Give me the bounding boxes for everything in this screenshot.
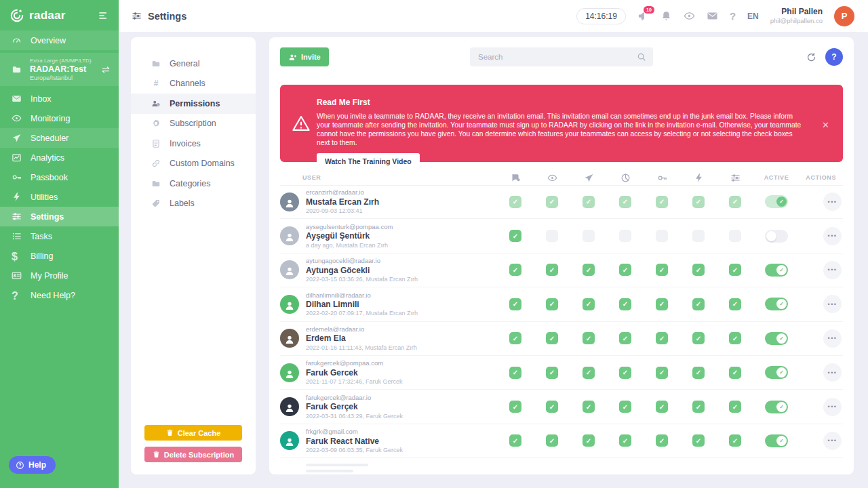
permission-checkbox-paper-plane[interactable]: ✓ (583, 401, 595, 413)
permission-checkbox-paper-plane[interactable]: ✓ (583, 298, 595, 310)
user-info[interactable]: Phil Pallen phil@philpallen.co (770, 7, 823, 25)
announcements-icon[interactable]: 10 (637, 10, 649, 22)
permission-checkbox-key[interactable]: ✓ (656, 264, 668, 276)
permission-checkbox-chat[interactable]: ✓ (509, 196, 521, 208)
row-actions-button[interactable]: ••• (823, 295, 842, 313)
settings-menu-item-labels[interactable]: Labels (131, 194, 256, 214)
row-actions-button[interactable]: ••• (823, 227, 842, 245)
permission-checkbox-eye[interactable]: ✓ (546, 264, 558, 276)
permission-checkbox-bolt[interactable]: ✓ (692, 196, 705, 208)
workspace-switcher[interactable]: Extra Large (AS/MP/LTD) RADAAR:Test Euro… (0, 53, 119, 86)
sidebar-item-my-profile[interactable]: My Profile (0, 266, 119, 285)
app-logo-text[interactable]: radaar (29, 9, 94, 22)
permission-checkbox-key[interactable]: ✓ (656, 401, 668, 413)
permission-checkbox-sliders[interactable]: ✓ (729, 196, 741, 208)
sidebar-item-overview[interactable]: Overview (0, 30, 119, 50)
permission-checkbox-key[interactable]: ✓ (656, 367, 668, 379)
permission-checkbox-paper-plane[interactable]: ✓ (583, 332, 595, 344)
permission-checkbox-paper-plane[interactable]: ✓ (583, 367, 595, 379)
permission-checkbox-bolt[interactable]: ✓ (692, 298, 705, 310)
permission-checkbox-bolt[interactable] (692, 230, 705, 242)
training-video-button[interactable]: Watch The Training Video (317, 153, 420, 169)
settings-menu-item-custom-domains[interactable]: Custom Domains (131, 154, 256, 174)
permission-checkbox-pie[interactable]: ✓ (619, 298, 631, 310)
row-actions-button[interactable]: ••• (823, 192, 842, 211)
settings-menu-item-invoices[interactable]: Invoices (131, 134, 256, 154)
language-selector[interactable]: EN (747, 12, 759, 21)
active-toggle[interactable]: ✓ (765, 264, 788, 277)
permission-checkbox-pie[interactable]: ✓ (619, 367, 631, 379)
sidebar-item-scheduler[interactable]: Scheduler (0, 128, 119, 148)
permission-checkbox-sliders[interactable]: ✓ (729, 332, 741, 344)
permission-checkbox-bolt[interactable]: ✓ (692, 332, 705, 344)
refresh-icon[interactable] (806, 52, 816, 62)
active-toggle[interactable]: ✓ (765, 332, 788, 345)
row-actions-button[interactable]: ••• (823, 261, 842, 279)
invite-button[interactable]: Invite (280, 47, 329, 66)
permission-checkbox-sliders[interactable]: ✓ (729, 367, 741, 379)
help-question-icon[interactable]: ? (730, 10, 736, 22)
permission-checkbox-bolt[interactable]: ✓ (692, 434, 705, 447)
sidebar-item-inbox[interactable]: Inbox (0, 89, 119, 108)
settings-menu-item-general[interactable]: General (131, 54, 256, 74)
active-toggle[interactable] (765, 230, 788, 243)
permission-checkbox-eye[interactable]: ✓ (546, 196, 558, 208)
permission-checkbox-chat[interactable]: ✓ (509, 264, 521, 276)
delete-subscription-button[interactable]: Delete Subscription (144, 447, 242, 462)
settings-menu-item-subscription[interactable]: Subscription (131, 114, 256, 134)
permission-checkbox-sliders[interactable]: ✓ (729, 264, 741, 276)
permission-checkbox-chat[interactable]: ✓ (509, 367, 521, 379)
permission-checkbox-pie[interactable] (619, 230, 631, 242)
sidebar-item-settings[interactable]: Settings (0, 207, 119, 226)
permission-checkbox-pie[interactable]: ✓ (619, 401, 631, 413)
permission-checkbox-pie[interactable]: ✓ (619, 434, 631, 447)
permission-checkbox-sliders[interactable]: ✓ (729, 298, 741, 310)
row-actions-button[interactable]: ••• (823, 432, 842, 450)
sidebar-item-need-help[interactable]: ? Need Help? (0, 285, 119, 305)
permission-checkbox-chat[interactable]: ✓ (509, 230, 521, 242)
permission-checkbox-paper-plane[interactable]: ✓ (583, 434, 595, 447)
permission-checkbox-chat[interactable]: ✓ (509, 332, 521, 344)
row-actions-button[interactable]: ••• (823, 363, 842, 382)
permission-checkbox-eye[interactable]: ✓ (546, 332, 558, 344)
permission-checkbox-eye[interactable]: ✓ (546, 298, 558, 310)
avatar[interactable]: P (834, 6, 854, 26)
permission-checkbox-paper-plane[interactable] (583, 230, 595, 242)
permission-checkbox-key[interactable]: ✓ (656, 298, 668, 310)
settings-menu-item-categories[interactable]: Categories (131, 174, 256, 194)
swap-icon[interactable] (101, 65, 111, 75)
banner-close-icon[interactable]: ✕ (822, 120, 829, 130)
permission-checkbox-key[interactable] (656, 230, 668, 242)
sidebar-item-billing[interactable]: $ Billing (0, 246, 119, 266)
active-toggle[interactable]: ✓ (765, 195, 788, 208)
permission-checkbox-eye[interactable]: ✓ (546, 401, 558, 413)
row-actions-button[interactable]: ••• (823, 398, 842, 416)
permission-checkbox-sliders[interactable]: ✓ (729, 401, 741, 413)
permission-checkbox-chat[interactable]: ✓ (509, 298, 521, 310)
settings-menu-item-channels[interactable]: # Channels (131, 74, 256, 94)
permission-checkbox-bolt[interactable]: ✓ (692, 264, 705, 276)
permission-checkbox-sliders[interactable]: ✓ (729, 434, 741, 447)
permission-checkbox-key[interactable]: ✓ (656, 332, 668, 344)
permission-checkbox-eye[interactable] (546, 230, 558, 242)
permission-checkbox-paper-plane[interactable]: ✓ (583, 264, 595, 276)
permission-checkbox-key[interactable]: ✓ (656, 434, 668, 447)
permission-checkbox-chat[interactable]: ✓ (509, 434, 521, 447)
sidebar-item-analytics[interactable]: Analytics (0, 148, 119, 167)
watch-eye-icon[interactable] (684, 10, 695, 22)
permission-checkbox-chat[interactable]: ✓ (509, 401, 521, 413)
active-toggle[interactable]: ✓ (765, 366, 788, 379)
notifications-bell-icon[interactable] (660, 10, 672, 22)
sidebar-collapse-icon[interactable] (98, 10, 109, 21)
permission-checkbox-bolt[interactable]: ✓ (692, 401, 705, 413)
permission-checkbox-eye[interactable]: ✓ (546, 367, 558, 379)
panel-help-button[interactable]: ? (825, 48, 843, 66)
clear-cache-button[interactable]: Clear Cache (144, 425, 242, 441)
active-toggle[interactable]: ✓ (765, 434, 788, 447)
help-button[interactable]: Help (9, 456, 56, 474)
sidebar-item-utilities[interactable]: Utilities (0, 187, 119, 207)
sidebar-item-tasks[interactable]: Tasks (0, 226, 119, 246)
sidebar-item-monitoring[interactable]: Monitoring (0, 108, 119, 128)
permission-checkbox-pie[interactable]: ✓ (619, 332, 631, 344)
sidebar-item-passbook[interactable]: Passbook (0, 167, 119, 187)
